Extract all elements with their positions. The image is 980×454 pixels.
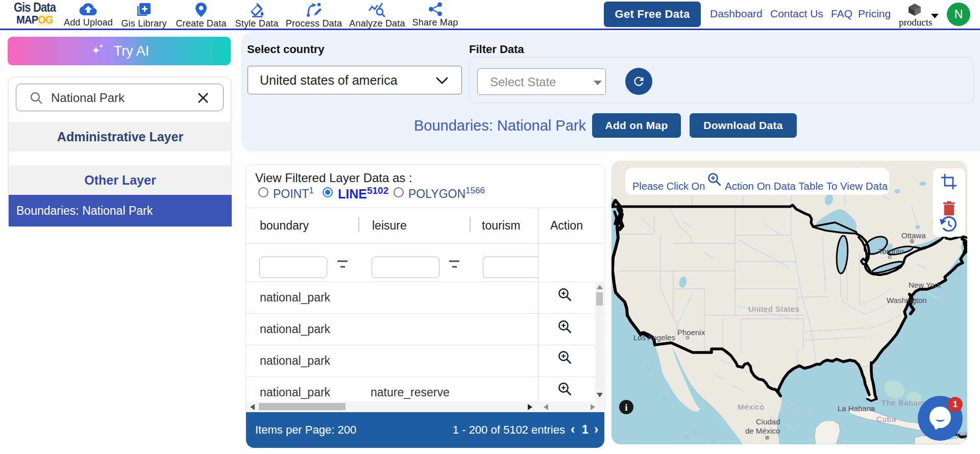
svg-text:Washington: Washington [887,296,927,305]
svg-text:Phoenix: Phoenix [677,328,705,337]
svg-text:México: México [738,402,764,411]
svg-text:New York: New York [909,281,941,289]
svg-text:Please Click On: Please Click On [632,181,705,192]
svg-text:United States: United States [748,305,799,313]
svg-text:La Habana: La Habana [838,404,875,413]
svg-text:Toronto: Toronto [878,247,904,256]
svg-text:Ottawa: Ottawa [901,231,926,240]
svg-text:Ciudad: Ciudad [756,417,780,426]
svg-text:Los Angeles: Los Angeles [633,333,675,342]
svg-text:Cuba: Cuba [876,415,896,423]
svg-text:i: i [625,402,627,413]
svg-text:Action On Data Table To View D: Action On Data Table To View Data [725,180,888,192]
svg-text:de México: de México [745,426,780,435]
